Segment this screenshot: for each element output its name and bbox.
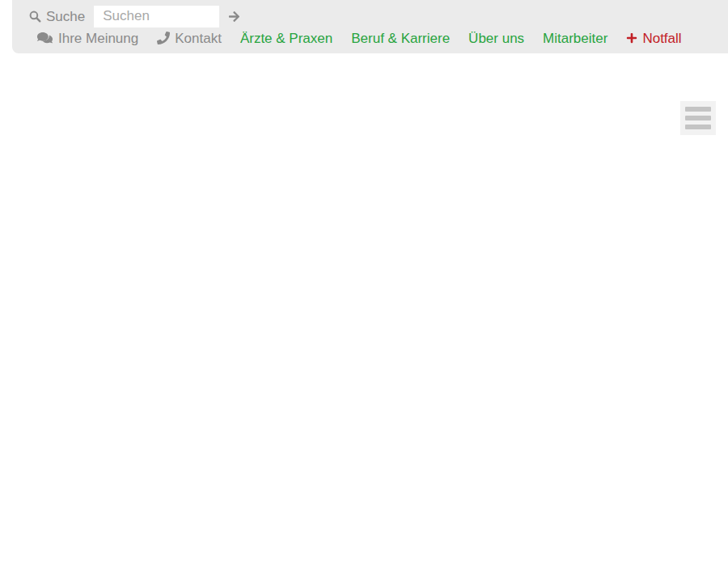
hamburger-bar [685,116,711,120]
nav-item-ueber-uns[interactable]: Über uns [468,32,524,45]
hamburger-bar [685,125,711,129]
nav-item-label: Beruf & Karriere [351,32,450,45]
plus-icon [626,32,637,44]
nav-item-label: Ärzte & Praxen [240,32,332,45]
nav-item-ihre-meinung[interactable]: Ihre Meinung [36,32,138,45]
nav-item-label: Mitarbeiter [543,32,607,45]
nav-item-aerzte-praxen[interactable]: Ärzte & Praxen [240,32,332,45]
search-icon [29,11,41,23]
menu-button[interactable] [680,101,716,135]
phone-icon [157,32,170,44]
nav-item-label: Kontakt [175,32,222,45]
page: Suche Ihre Meinung [0,0,728,566]
nav-item-label: Ihre Meinung [58,32,138,45]
nav-item-notfall[interactable]: Notfall [626,32,681,45]
arrow-right-icon [227,11,241,23]
search-label-text: Suche [46,10,85,23]
search-submit-button[interactable] [227,11,241,23]
hamburger-bar [685,107,711,112]
search-input[interactable] [94,6,219,27]
top-nav: Ihre Meinung Kontakt Ärzte & Praxen Beru… [36,29,720,47]
search-label: Suche [29,10,85,23]
nav-item-label: Über uns [468,32,524,45]
nav-item-beruf-karriere[interactable]: Beruf & Karriere [351,32,450,45]
hamburger-icon [685,107,711,129]
nav-item-kontakt[interactable]: Kontakt [157,32,222,45]
comments-icon [36,32,53,45]
search-row: Suche [29,5,241,27]
nav-item-label: Notfall [642,32,681,45]
nav-item-mitarbeiter[interactable]: Mitarbeiter [543,32,607,45]
top-bar: Suche Ihre Meinung [12,0,728,53]
